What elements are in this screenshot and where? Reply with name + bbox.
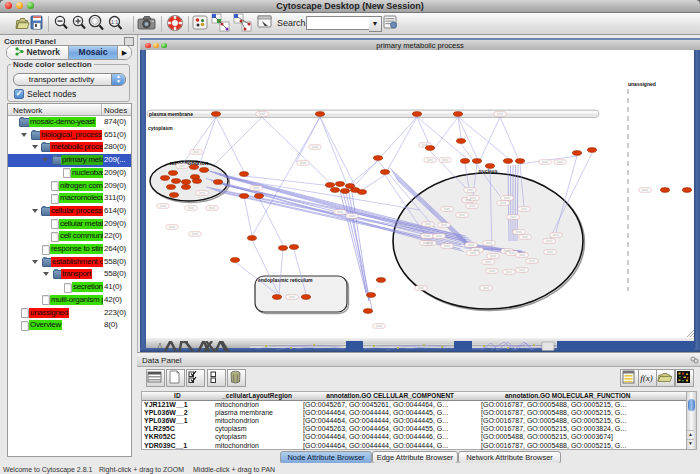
svg-text:(xxx): (xxx) <box>349 214 356 218</box>
svg-text:(xxx): (xxx) <box>199 191 206 195</box>
svg-text:(xxx): (xxx) <box>427 158 434 162</box>
svg-text:(xxx): (xxx) <box>192 232 199 236</box>
svg-text:(xxx): (xxx) <box>424 234 431 238</box>
svg-text:unassigned: unassigned <box>628 81 656 87</box>
svg-text:(xxx): (xxx) <box>486 241 493 245</box>
svg-text:1:1: 1:1 <box>111 19 118 25</box>
svg-text:(xxx): (xxx) <box>557 160 564 164</box>
svg-text:(xxx): (xxx) <box>490 254 497 258</box>
svg-text:(xxx): (xxx) <box>553 233 560 237</box>
svg-text:(xxx): (xxx) <box>160 204 167 208</box>
svg-text:(xxx): (xxx) <box>529 259 536 263</box>
svg-text:(xxx): (xxx) <box>337 210 344 214</box>
svg-text:(xxx): (xxx) <box>506 270 513 274</box>
svg-text:(xxx): (xxx) <box>521 207 528 211</box>
svg-text:mitochondrion: mitochondrion <box>170 160 209 166</box>
svg-text:(xxx): (xxx) <box>436 234 443 238</box>
svg-text:(xxx): (xxx) <box>441 223 448 227</box>
svg-text:(xxx): (xxx) <box>516 230 523 234</box>
svg-text:(xxx): (xxx) <box>444 207 451 211</box>
svg-text:(xxx): (xxx) <box>547 250 554 254</box>
svg-text:(xxx): (xxx) <box>500 201 507 205</box>
svg-text:(xxx): (xxx) <box>489 269 496 273</box>
svg-text:(xxx): (xxx) <box>312 145 319 149</box>
svg-text:(xxx): (xxx) <box>522 235 529 239</box>
svg-text:(xxx): (xxx) <box>193 150 200 154</box>
svg-text:cytoplasm: cytoplasm <box>148 125 173 131</box>
svg-text:(xxx): (xxx) <box>442 158 449 162</box>
svg-text:(xxx): (xxx) <box>467 188 474 192</box>
svg-text:(xxx): (xxx) <box>300 161 307 165</box>
svg-text:(xxx): (xxx) <box>459 213 466 217</box>
svg-text:(xxx): (xxx) <box>169 225 176 229</box>
svg-text:plasma membrane: plasma membrane <box>149 111 193 117</box>
svg-text:(xxx): (xxx) <box>423 241 430 245</box>
svg-text:(xxx): (xxx) <box>510 215 517 219</box>
svg-text:(xxx): (xxx) <box>546 239 553 243</box>
svg-text:(xxx): (xxx) <box>425 222 432 226</box>
svg-text:(xxx): (xxx) <box>188 206 195 210</box>
svg-text:(xxx): (xxx) <box>253 186 260 190</box>
svg-text:(xxx): (xxx) <box>497 112 504 116</box>
svg-text:(xxx): (xxx) <box>519 268 526 272</box>
svg-text:(xxx): (xxx) <box>468 243 475 247</box>
svg-text:endoplasmic reticulum: endoplasmic reticulum <box>258 277 313 283</box>
svg-text:(xxx): (xxx) <box>469 204 476 208</box>
svg-text:(xxx): (xxx) <box>504 196 511 200</box>
svg-text:(xxx): (xxx) <box>519 253 526 257</box>
svg-text:(xxx): (xxx) <box>418 286 425 290</box>
svg-text:(xxx): (xxx) <box>376 324 383 328</box>
svg-text:f(x): f(x) <box>640 373 653 383</box>
svg-text:(xxx): (xxx) <box>542 160 549 164</box>
svg-text:(xxx): (xxx) <box>485 260 492 264</box>
svg-text:(xxx): (xxx) <box>444 244 451 248</box>
svg-text:(xxx): (xxx) <box>483 286 490 290</box>
svg-text:(xxx): (xxx) <box>179 164 186 168</box>
svg-text:(xxx): (xxx) <box>289 295 296 299</box>
svg-text:(xxx): (xxx) <box>642 188 649 192</box>
svg-text:(xxx): (xxx) <box>470 251 477 255</box>
svg-text:(xxx): (xxx) <box>209 206 216 210</box>
svg-text:(xxx): (xxx) <box>259 112 266 116</box>
svg-text:(xxx): (xxx) <box>509 251 516 255</box>
svg-text:(xxx): (xxx) <box>470 196 477 200</box>
